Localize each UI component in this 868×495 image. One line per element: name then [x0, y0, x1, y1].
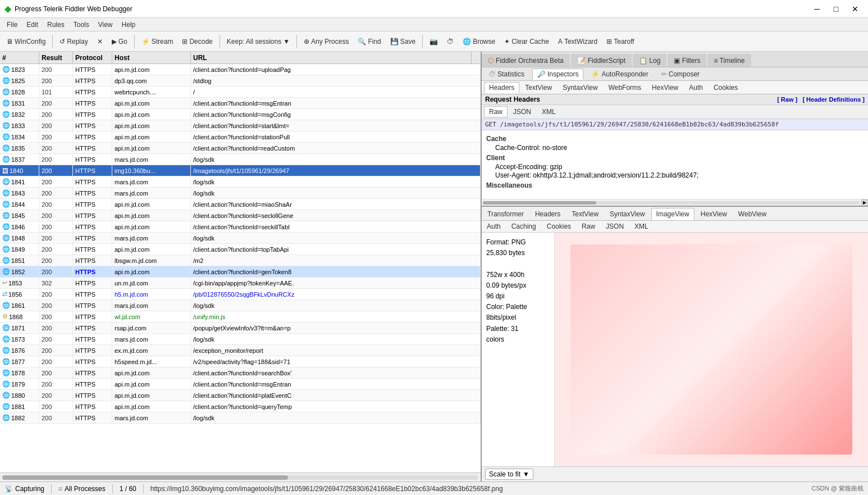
- table-row[interactable]: 🌐 1851 200 HTTPS lbsgw.m.jd.com /m2: [0, 255, 481, 266]
- req-webforms-tab[interactable]: WebForms: [604, 82, 646, 93]
- table-row[interactable]: 🌐 1880 200 HTTPS api.m.jd.com /client.ac…: [0, 390, 481, 401]
- menu-tools[interactable]: Tools: [69, 20, 94, 30]
- col-header-num[interactable]: #: [0, 52, 39, 63]
- tab-filters[interactable]: ▣ Filters: [668, 54, 706, 67]
- scroll-right-btn[interactable]: ▶: [861, 199, 868, 206]
- table-row[interactable]: 🌐 1881 200 HTTPS api.m.jd.com /client.ac…: [0, 401, 481, 412]
- inspectors-tab[interactable]: 🔎 Inspectors: [532, 69, 583, 80]
- req-syntaxview-tab[interactable]: SyntaxView: [558, 82, 602, 93]
- winconfig-button[interactable]: 🖥 WinConfig: [2, 35, 49, 48]
- screenshot-button[interactable]: 📷: [426, 35, 442, 48]
- browse-button[interactable]: 🌐 Browse: [459, 35, 499, 48]
- table-row[interactable]: 🌐 1843 200 HTTPS mars.jd.com /log/sdk: [0, 188, 481, 199]
- req-hexview-tab[interactable]: HexView: [647, 82, 683, 93]
- any-process-button[interactable]: ⊕ Any Process: [300, 35, 353, 48]
- raw-link[interactable]: [ Raw ]: [777, 96, 797, 103]
- req-json-tab[interactable]: JSON: [508, 106, 536, 117]
- tab-timeline[interactable]: ≡ Timeline: [707, 54, 751, 67]
- play-button[interactable]: ▶ Go: [108, 35, 131, 48]
- table-row[interactable]: 🌐 1831 200 HTTPS api.m.jd.com /client.ac…: [0, 98, 481, 109]
- menu-file[interactable]: File: [2, 20, 22, 30]
- status-capturing[interactable]: 📡 Capturing: [4, 485, 44, 493]
- table-row[interactable]: 🌐 1849 200 HTTPS api.m.jd.com /client.ac…: [0, 244, 481, 255]
- table-row[interactable]: 🌐 1861 200 HTTPS mars.jd.com /log/sdk: [0, 300, 481, 311]
- col-header-url[interactable]: URL: [191, 52, 472, 63]
- autoresponder-tab[interactable]: ⚡ AutoResponder: [586, 69, 653, 80]
- resp-raw-tab[interactable]: Raw: [577, 221, 600, 232]
- horiz-scroll-bar[interactable]: [0, 473, 481, 482]
- table-row[interactable]: 🌐 1844 200 HTTPS api.m.jd.com /client.ac…: [0, 199, 481, 210]
- resp-textview-tab[interactable]: TextView: [567, 208, 604, 220]
- table-row[interactable]: 🌐 1834 200 HTTPS api.m.jd.com /client.ac…: [0, 131, 481, 143]
- req-cookies-tab[interactable]: Cookies: [709, 82, 743, 93]
- headers-hscroll[interactable]: ▶: [482, 199, 868, 206]
- minimize-button[interactable]: ─: [808, 3, 825, 15]
- req-auth-tab[interactable]: Auth: [684, 82, 708, 93]
- table-row[interactable]: 🌐 1871 200 HTTPS rsap.jd.com /popup/getX…: [0, 323, 481, 334]
- resp-auth-tab[interactable]: Auth: [482, 221, 506, 232]
- text-wizard-button[interactable]: A TextWizard: [554, 35, 601, 48]
- statistics-tab[interactable]: ⏱ Statistics: [484, 69, 529, 80]
- req-raw-tab[interactable]: Raw: [484, 106, 508, 117]
- close-button[interactable]: ✕: [847, 3, 864, 15]
- table-row[interactable]: 🌐 1841 200 HTTPS mars.jd.com /log/sdk: [0, 176, 481, 188]
- composer-tab[interactable]: ✏ Composer: [656, 69, 705, 80]
- table-row[interactable]: 🌐 1876 200 HTTPS ex.m.jd.com /exception_…: [0, 345, 481, 356]
- decode-button[interactable]: ⊞ Decode: [178, 35, 216, 48]
- tab-fiddlerscript[interactable]: 📝 FiddlerScript: [571, 54, 632, 67]
- req-textview-tab[interactable]: TextView: [520, 82, 557, 93]
- horiz-scroll-thumb[interactable]: [2, 475, 288, 480]
- table-row[interactable]: 🌐 1837 200 HTTPS mars.jd.com /log/sdk: [0, 154, 481, 165]
- clear-cache-button[interactable]: ✦ Clear Cache: [500, 35, 553, 48]
- resp-transformer-tab[interactable]: Transformer: [482, 208, 529, 220]
- tearoff-button[interactable]: ⊞ Tearoff: [602, 35, 638, 48]
- table-row[interactable]: 🌐 1846 200 HTTPS api.m.jd.com /client.ac…: [0, 221, 481, 233]
- replay-button[interactable]: ↺ Replay: [56, 35, 92, 48]
- tab-log[interactable]: 📋 Log: [633, 54, 666, 67]
- menu-view[interactable]: View: [94, 20, 117, 30]
- scale-dropdown[interactable]: Scale to fit ▼: [485, 469, 533, 480]
- tab-orchestra[interactable]: ⬡ Fiddler Orchestra Beta: [482, 54, 570, 67]
- status-all-processes[interactable]: ≡ All Processes: [58, 485, 106, 493]
- timer-button[interactable]: ⏱: [443, 35, 458, 48]
- resp-cookies-tab[interactable]: Cookies: [542, 221, 576, 232]
- menu-help[interactable]: Help: [117, 20, 140, 30]
- header-def-link[interactable]: [ Header Definitions ]: [802, 96, 865, 103]
- table-row[interactable]: 🌐 1825 200 HTTPS dp3.qq.com /stdlog: [0, 75, 481, 87]
- resp-webview-tab[interactable]: WebView: [733, 208, 771, 220]
- resp-xml-tab[interactable]: XML: [629, 221, 654, 232]
- table-row[interactable]: 🌐 1845 200 HTTPS api.m.jd.com /client.ac…: [0, 210, 481, 221]
- horiz-scroll-track[interactable]: [2, 475, 478, 480]
- resp-caching-tab[interactable]: Caching: [506, 221, 541, 232]
- table-row[interactable]: ⇄ 1856 200 HTTPS h5.m.jd.com /pb/0128765…: [0, 289, 481, 300]
- save-button[interactable]: 💾 Save: [386, 35, 419, 48]
- table-row[interactable]: 🌐 1878 200 HTTPS api.m.jd.com /client.ac…: [0, 367, 481, 379]
- resp-hexview-tab[interactable]: HexView: [696, 208, 732, 220]
- table-row[interactable]: 🌐 1832 200 HTTPS api.m.jd.com /client.ac…: [0, 109, 481, 120]
- headers-hscroll-thumb[interactable]: [483, 201, 596, 205]
- find-button[interactable]: 🔍 Find: [354, 35, 385, 48]
- menu-rules[interactable]: Rules: [43, 20, 69, 30]
- table-row[interactable]: 🌐 1877 200 HTTPS h5speed.m.jd... /v2/spe…: [0, 356, 481, 367]
- maximize-button[interactable]: □: [828, 3, 844, 15]
- table-row[interactable]: 🌐 1828 101 HTTPS webrtcpunch.... /: [0, 87, 481, 98]
- resp-json-tab[interactable]: JSON: [601, 221, 629, 232]
- resp-imageview-tab[interactable]: ImageView: [651, 208, 695, 220]
- cross-button[interactable]: ✕: [93, 35, 107, 48]
- resp-syntaxview-tab[interactable]: SyntaxView: [605, 208, 650, 220]
- col-header-host[interactable]: Host: [112, 52, 191, 63]
- resp-headers-tab[interactable]: Headers: [530, 208, 565, 220]
- table-row[interactable]: 🌐 1852 200 HTTPS api.m.jd.com /client.ac…: [0, 266, 481, 278]
- table-row[interactable]: 🌐 1848 200 HTTPS mars.jd.com /log/sdk: [0, 233, 481, 244]
- table-row[interactable]: 🖼 1840 200 HTTPS img10.360bu... /imageto…: [0, 165, 481, 176]
- table-row[interactable]: 🌐 1835 200 HTTPS api.m.jd.com /client.ac…: [0, 143, 481, 154]
- table-row[interactable]: 🌐 1879 200 HTTPS api.m.jd.com /client.ac…: [0, 379, 481, 390]
- stream-button[interactable]: ⚡ Stream: [138, 35, 177, 48]
- req-headers-tab[interactable]: Headers: [484, 82, 519, 93]
- table-row[interactable]: 🌐 1882 200 HTTPS mars.jd.com /log/sdk: [0, 412, 481, 424]
- req-xml-tab[interactable]: XML: [537, 106, 561, 117]
- menu-edit[interactable]: Edit: [22, 20, 43, 30]
- col-header-protocol[interactable]: Protocol: [73, 52, 112, 63]
- table-row[interactable]: 🌐 1823 200 HTTPS api.m.jd.com /client.ac…: [0, 64, 481, 75]
- table-row[interactable]: 🌐 1873 200 HTTPS mars.jd.com /log/sdk: [0, 334, 481, 345]
